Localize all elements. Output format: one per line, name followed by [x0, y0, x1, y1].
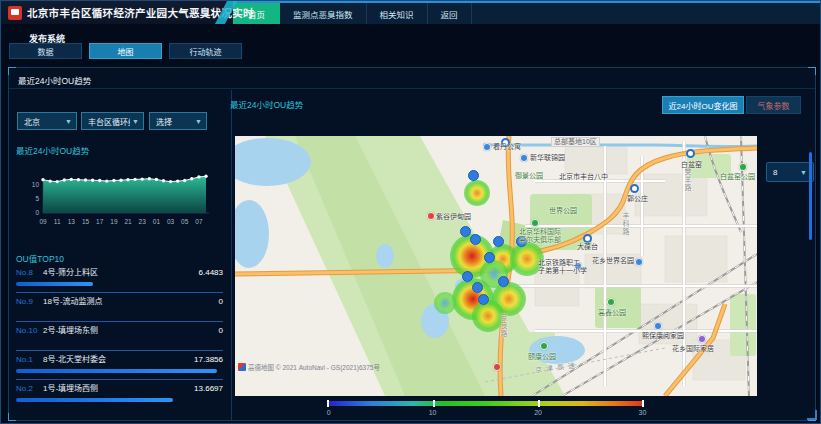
ou-color-legend: 0 10 20 30 — [327, 401, 644, 417]
park-select[interactable]: 丰台区循环经济产 ▼ — [81, 112, 144, 130]
map-label: 花乡国际家居 — [672, 345, 714, 353]
left-column: 北京 ▼ 丰台区循环经济产 ▼ 选择 ▼ 最近24小时OU趋势 05100911… — [10, 90, 232, 421]
monitor-pin-icon[interactable] — [478, 294, 487, 306]
hour-select-value: 8 — [773, 168, 777, 177]
chevron-down-icon: ▼ — [65, 118, 72, 125]
map-label: 世界公园 — [549, 207, 577, 215]
top-list-title: OU值TOP10 — [16, 252, 64, 264]
nav-item-station-index[interactable]: 监测点恶臭指数 — [280, 3, 367, 24]
ou-progress-bar — [16, 282, 93, 286]
ou-value: 13.6697 — [194, 384, 223, 394]
map-trend-label: 最近24小时OU趋势 — [230, 98, 303, 110]
svg-text:17: 17 — [96, 218, 104, 225]
poi-icon — [698, 335, 706, 343]
monitor-pin-icon[interactable] — [470, 234, 479, 246]
svg-text:01: 01 — [153, 218, 161, 225]
map-label: 北京市丰台八中 — [559, 173, 608, 181]
ou-value: 0 — [219, 297, 223, 307]
map-label: 看丹公寓 — [493, 143, 521, 151]
publish-tabs: 数据 地图 行动轨迹 — [9, 43, 242, 59]
heat-blob — [464, 180, 490, 206]
rank-row: No.2 1号-填埋场西侧 13.6697 — [16, 380, 223, 409]
ou-trend-area-chart: 0510091113151719212301030507 — [10, 157, 232, 231]
station-name: 2号-填埋场东侧 — [43, 326, 219, 336]
ou-change-map-button[interactable]: 近24小时OU变化图 — [662, 96, 744, 114]
map-attribution-text: 高德地图 © 2021 AutoNavi - GS(2021)6375号 — [248, 362, 380, 372]
park-poi-icon — [739, 163, 747, 171]
legend-tick-label: 0 — [327, 409, 331, 416]
poi-icon — [654, 322, 662, 330]
svg-text:0: 0 — [35, 209, 39, 216]
tab-map[interactable]: 地图 — [89, 43, 162, 59]
hour-select[interactable]: 8 ▼ — [766, 162, 814, 182]
park-select-value: 丰台区循环经济产 — [88, 116, 130, 127]
poi-icon — [493, 363, 501, 371]
monitor-pin-icon[interactable] — [493, 236, 502, 248]
legend-tick — [642, 400, 644, 407]
svg-text:5: 5 — [35, 195, 39, 202]
map-label: 花乡世界名园 — [592, 257, 634, 265]
monitor-pin-icon[interactable] — [460, 226, 469, 238]
weather-params-button[interactable]: 气象参数 — [746, 96, 801, 114]
station-select-value: 选择 — [156, 116, 193, 127]
metro-station-icon — [583, 234, 592, 243]
map-label: 白盆窑公园 — [720, 173, 755, 181]
main-panel: 最近24小时OU趋势 北京 ▼ 丰台区循环经济产 ▼ 选择 ▼ 最近24小时OU… — [8, 67, 816, 421]
rank-row: No.9 18号-流动监测点 0 — [16, 293, 223, 322]
svg-text:07: 07 — [195, 218, 203, 225]
city-select[interactable]: 北京 ▼ — [17, 112, 77, 130]
station-select[interactable]: 选择 ▼ — [149, 112, 207, 130]
poi-icon — [427, 212, 435, 220]
legend-tick-label: 30 — [639, 409, 647, 416]
ou-progress-bar — [16, 369, 217, 373]
app-header: 北京市丰台区循环经济产业园大气恶臭状况实时 首页 监测点恶臭指数 相关知识 返回 — [1, 1, 820, 24]
map-label: 御景公园 — [515, 172, 543, 180]
map-attribution: 高德地图 © 2021 AutoNavi - GS(2021)6375号 — [238, 362, 380, 372]
rank-label: No.8 — [16, 268, 43, 278]
poi-icon — [483, 143, 491, 151]
ou-value: 6.4483 — [199, 268, 223, 278]
metro-station-icon — [630, 184, 639, 193]
rank-row: No.1 8号-北天堂村委会 17.3856 — [16, 351, 223, 380]
svg-text:09: 09 — [39, 218, 47, 225]
app-title: 北京市丰台区循环经济产业园大气恶臭状况实时 — [27, 5, 254, 20]
monitor-pin-icon[interactable] — [472, 282, 481, 294]
svg-text:03: 03 — [167, 218, 175, 225]
city-select-value: 北京 — [24, 116, 63, 127]
panel-title: 最近24小时OU趋势 — [18, 74, 91, 86]
monitor-pin-icon[interactable] — [468, 170, 477, 182]
rank-label: No.10 — [16, 326, 43, 336]
station-name: 18号-流动监测点 — [43, 297, 219, 307]
ou-value: 17.3856 — [194, 355, 223, 365]
station-name: 8号-北天堂村委会 — [43, 355, 194, 365]
monitor-pin-icon[interactable] — [498, 276, 507, 288]
tab-track[interactable]: 行动轨迹 — [169, 43, 242, 59]
tab-data[interactable]: 数据 — [9, 43, 82, 59]
map-label: 北京铁路职工 — [538, 259, 580, 267]
chevron-down-icon: ▼ — [800, 169, 807, 176]
svg-text:13: 13 — [68, 218, 76, 225]
main-nav: 首页 监测点恶臭指数 相关知识 返回 — [233, 1, 820, 24]
map-label: 总部基地10区 — [551, 137, 600, 147]
nav-item-back[interactable]: 返回 — [428, 3, 472, 24]
app-logo-icon — [8, 6, 22, 20]
monitor-pin-icon[interactable] — [462, 271, 471, 283]
road-label: 樊羊路 — [683, 168, 691, 192]
scrollbar[interactable] — [809, 152, 812, 240]
ou-value: 0 — [219, 326, 223, 336]
legend-tick — [327, 400, 329, 407]
map-label: 新华联锦园 — [530, 154, 565, 162]
station-name: 1号-填埋场西侧 — [43, 384, 194, 394]
map-label: 高鑫公园 — [598, 309, 626, 317]
map-label: 颐康公园 — [528, 353, 556, 361]
svg-text:19: 19 — [110, 218, 118, 225]
nav-item-knowledge[interactable]: 相关知识 — [367, 3, 428, 24]
rank-label: No.2 — [16, 384, 43, 394]
svg-text:21: 21 — [124, 218, 132, 225]
heatmap-map[interactable]: 看丹公寓 总部基地10区 新华联锦园 御景公园 北京市丰台八中 郭公庄 白盆窑 … — [235, 136, 757, 396]
rank-row: No.10 2号-填埋场东侧 0 — [16, 322, 223, 351]
poi-icon — [635, 258, 643, 266]
park-poi-icon — [540, 342, 548, 350]
road-label: 丰科路 — [621, 212, 629, 236]
monitor-pin-icon[interactable] — [484, 252, 493, 264]
